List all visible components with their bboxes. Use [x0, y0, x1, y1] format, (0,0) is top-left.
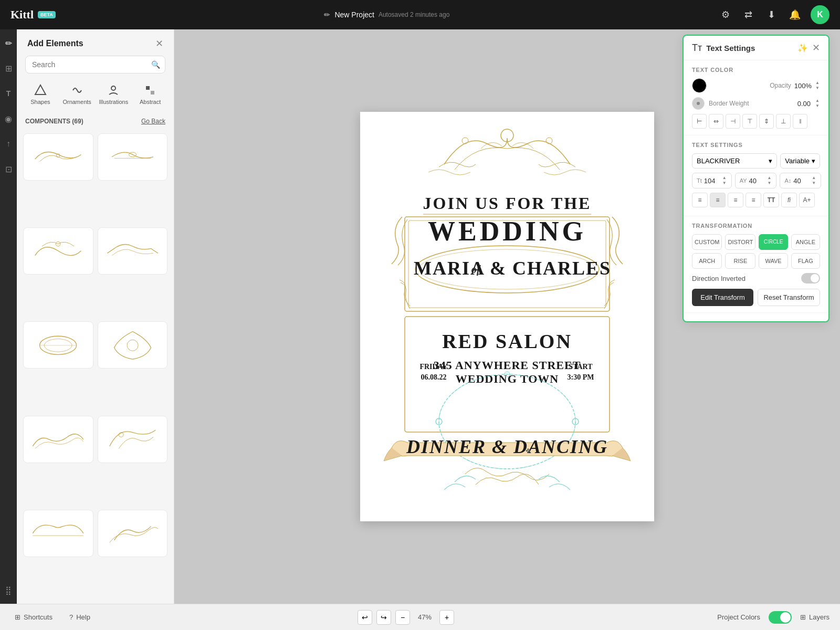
element-item-8[interactable]: [98, 416, 168, 463]
sidebar-icon-grid[interactable]: ⣿: [1, 583, 16, 597]
svg-text:START: START: [569, 363, 593, 371]
help-button[interactable]: ? Help: [65, 611, 94, 623]
element-item-4[interactable]: [98, 227, 168, 275]
leading-stepper[interactable]: ▲ ▼: [811, 175, 816, 186]
search-input[interactable]: [25, 56, 165, 74]
reset-transform-button[interactable]: Reset Transform: [758, 289, 820, 306]
sidebar-icon-paint[interactable]: ◉: [1, 111, 16, 126]
shortcuts-button[interactable]: ⊞ Shortcuts: [10, 611, 57, 623]
cat-tab-shapes[interactable]: Shapes: [23, 80, 58, 109]
element-item-3[interactable]: [23, 227, 93, 275]
element-item-10[interactable]: [98, 510, 168, 557]
align-middle-v[interactable]: ⇕: [759, 114, 774, 129]
align-top[interactable]: ⊤: [742, 114, 757, 129]
leading-down[interactable]: ▼: [811, 181, 816, 186]
font-variant-select[interactable]: Variable ▾: [780, 153, 820, 169]
opacity-up[interactable]: ▲: [815, 80, 820, 86]
text-align-left[interactable]: ≡: [692, 193, 708, 207]
panel-close-button[interactable]: ✕: [155, 38, 163, 49]
settings-panel-close[interactable]: ✕: [812, 42, 820, 54]
align-left-edge[interactable]: ⊢: [692, 114, 707, 129]
edit-transform-button[interactable]: Edit Transform: [692, 289, 753, 306]
layers-button[interactable]: ⊞ Layers: [800, 613, 830, 621]
element-item-5[interactable]: [23, 321, 93, 369]
tracking-up[interactable]: ▲: [767, 175, 772, 181]
magic-wand-icon[interactable]: ✨: [797, 43, 808, 53]
leading-field[interactable]: A↕ 40 ▲ ▼: [780, 173, 821, 188]
user-avatar[interactable]: K: [811, 5, 830, 24]
transform-rise[interactable]: RISE: [725, 253, 755, 269]
distribute[interactable]: ⦀: [793, 114, 807, 129]
transform-flag[interactable]: FLAG: [791, 253, 820, 269]
transform-custom[interactable]: CUSTOM: [692, 234, 722, 250]
opacity-down[interactable]: ▼: [815, 86, 820, 91]
svg-marker-0: [35, 85, 46, 94]
zoom-in-button[interactable]: +: [439, 610, 454, 625]
align-center-h[interactable]: ⇔: [709, 114, 723, 129]
font-size-value: 104: [704, 177, 720, 185]
element-item-7[interactable]: [23, 416, 93, 463]
tracking-down[interactable]: ▼: [767, 181, 772, 186]
project-colors-toggle[interactable]: [769, 611, 792, 624]
font-family-select[interactable]: BLACKRIVER ▾: [692, 153, 777, 169]
transform-circle[interactable]: CIRCLE: [759, 234, 788, 250]
leading-up[interactable]: ▲: [811, 175, 816, 181]
border-stepper[interactable]: ▲ ▼: [815, 98, 820, 109]
panel-header: Add Elements ✕: [17, 29, 174, 56]
search-icon[interactable]: 🔍: [151, 60, 160, 69]
tracking-stepper[interactable]: ▲ ▼: [767, 175, 772, 186]
text-case[interactable]: A+: [799, 193, 815, 207]
border-up[interactable]: ▲: [815, 98, 820, 103]
text-color-swatch[interactable]: [692, 78, 707, 93]
font-size-field[interactable]: Tt 104 ▲ ▼: [692, 173, 732, 188]
share-icon[interactable]: ⇄: [741, 7, 756, 22]
text-align-row: ≡ ≡ ≡ ≡ TT fi A+: [692, 193, 820, 207]
design-canvas[interactable]: JOIN US FOR THE WEDDING: [360, 112, 654, 521]
svg-point-11: [127, 340, 138, 351]
notifications-icon[interactable]: 🔔: [788, 7, 802, 22]
element-item-2[interactable]: [98, 133, 168, 181]
font-size-up[interactable]: ▲: [722, 175, 727, 181]
element-item-1[interactable]: [23, 133, 93, 181]
text-ligature[interactable]: fi: [781, 193, 797, 207]
font-size-down[interactable]: ▼: [722, 181, 727, 186]
cat-tab-illustrations[interactable]: Illustrations: [97, 80, 131, 109]
help-label: Help: [76, 613, 90, 621]
cat-tab-ornaments[interactable]: Ornaments: [60, 80, 94, 109]
border-down[interactable]: ▼: [815, 103, 820, 109]
sidebar-icon-layers[interactable]: ⊞: [1, 61, 16, 76]
text-color-section: TEXT COLOR Opacity 100% ▲ ▼ Border Weigh…: [684, 60, 828, 135]
text-align-justify[interactable]: ≡: [746, 193, 761, 207]
opacity-stepper[interactable]: ▲ ▼: [815, 80, 820, 91]
redo-button[interactable]: ↪: [376, 610, 391, 625]
tracking-field[interactable]: AY 40 ▲ ▼: [735, 173, 777, 188]
align-right-edge[interactable]: ⊣: [726, 114, 740, 129]
transform-arch[interactable]: ARCH: [692, 253, 722, 269]
cat-tab-abstract[interactable]: Abstract: [133, 80, 167, 109]
border-color-swatch[interactable]: [692, 97, 705, 110]
help-icon: ?: [69, 613, 73, 621]
text-bold[interactable]: TT: [763, 193, 779, 207]
zoom-out-button[interactable]: −: [395, 610, 410, 625]
sidebar-icon-text[interactable]: T: [1, 86, 16, 101]
project-name[interactable]: New Project: [334, 10, 374, 19]
element-item-9[interactable]: [23, 510, 93, 557]
transform-wave[interactable]: WAVE: [759, 253, 788, 269]
transform-distort[interactable]: DISTORT: [725, 234, 755, 250]
sidebar-icon-edit[interactable]: ✏: [1, 36, 16, 50]
toggle-knob: [780, 612, 791, 623]
align-bottom[interactable]: ⊥: [776, 114, 791, 129]
sidebar-icon-photo[interactable]: ⊡: [1, 162, 16, 176]
sidebar-icon-upload[interactable]: ↑: [1, 136, 16, 151]
download-icon[interactable]: ⬇: [764, 7, 779, 22]
direction-toggle[interactable]: [801, 273, 820, 284]
go-back-button[interactable]: Go Back: [141, 118, 165, 125]
category-tabs: Shapes Ornaments Illustrations Abstract: [17, 80, 174, 109]
settings-icon[interactable]: ⚙: [718, 7, 733, 22]
transform-angle[interactable]: ANGLE: [791, 234, 820, 250]
text-align-right[interactable]: ≡: [728, 193, 743, 207]
undo-button[interactable]: ↩: [358, 610, 372, 625]
font-size-stepper[interactable]: ▲ ▼: [722, 175, 727, 186]
text-align-center[interactable]: ≡: [710, 193, 726, 207]
element-item-6[interactable]: [98, 321, 168, 369]
